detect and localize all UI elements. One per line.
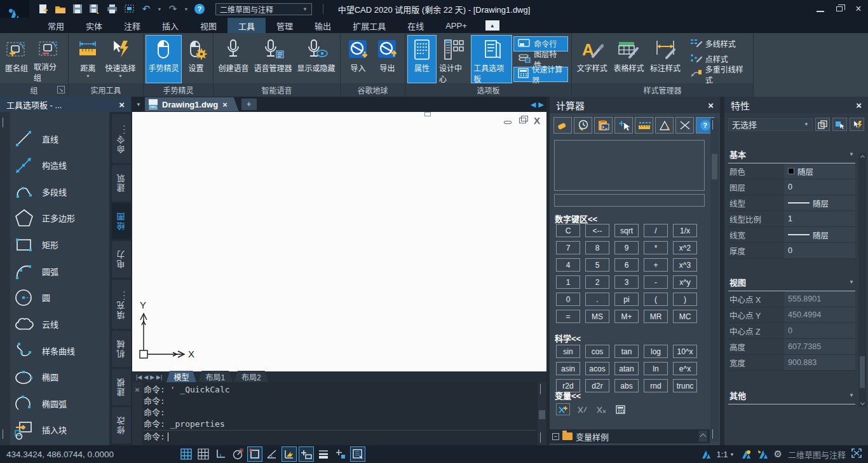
workspace-select[interactable]: 二维草图与注释 ▼: [215, 3, 312, 15]
calc-key[interactable]: pi: [614, 293, 639, 306]
property-row-height[interactable]: 高度 607.7385: [728, 339, 855, 355]
distance-between-points-icon[interactable]: [635, 117, 653, 134]
scroll-down-icon[interactable]: [540, 432, 541, 443]
mdi-restore-icon[interactable]: [519, 118, 526, 123]
properties-header[interactable]: 特性 ×: [724, 97, 868, 113]
palette-item-polygon[interactable]: 正多边形: [13, 205, 108, 231]
scroll-left-icon[interactable]: ◀: [531, 100, 536, 109]
calc-key[interactable]: 9: [614, 241, 639, 254]
ribbon-collapse-icon[interactable]: ▲: [485, 20, 499, 31]
calc-key[interactable]: ): [673, 293, 697, 306]
earth-import-button[interactable]: 导入: [344, 36, 372, 83]
palette-tab-electrical[interactable]: 电力: [112, 241, 131, 277]
calc-key[interactable]: 1/x: [673, 224, 697, 237]
calc-key[interactable]: /: [644, 224, 668, 237]
palette-tab-modeling[interactable]: 建模: [112, 369, 131, 405]
palette-item-rectangle[interactable]: 矩形: [13, 232, 108, 258]
tree-collapse-icon[interactable]: −: [552, 433, 559, 440]
numpad-section-label[interactable]: 数字键区<<: [555, 212, 597, 225]
scrollbar-thumb[interactable]: [539, 410, 545, 419]
open-file-icon[interactable]: [54, 3, 67, 15]
calc-key[interactable]: d2r: [585, 379, 609, 392]
tab-tools[interactable]: 工具: [227, 18, 266, 33]
select-objects-icon[interactable]: [832, 118, 847, 131]
dimension-style-button[interactable]: 标注样式: [648, 36, 683, 83]
close-button[interactable]: ×: [849, 2, 868, 16]
calc-key[interactable]: sqrt: [614, 224, 639, 237]
command-window[interactable]: × 命令: ' _QuickCalc 命令: 命令: 命令: _properti…: [132, 382, 546, 445]
calc-key[interactable]: .: [585, 293, 609, 306]
scroll-up-icon[interactable]: [540, 384, 541, 394]
drawing-canvas[interactable]: X Y X: [132, 112, 546, 371]
intersection-icon[interactable]: [675, 117, 694, 134]
last-layout-icon[interactable]: ▶|: [156, 374, 162, 380]
palette-tab-draw[interactable]: 绘图: [112, 203, 131, 239]
edit-variable-icon[interactable]: [575, 403, 589, 415]
palette-item-ellipse[interactable]: 椭圆: [13, 364, 108, 390]
calculator-header[interactable]: 计算器 ×: [550, 97, 720, 113]
scroll-up-icon[interactable]: [712, 120, 713, 130]
calc-key[interactable]: MC: [673, 310, 697, 323]
calc-key[interactable]: +: [644, 258, 668, 272]
calculator-scrollbar[interactable]: [710, 118, 719, 441]
command-scrollbar[interactable]: [538, 382, 546, 445]
palette-item-cloud[interactable]: 云线: [13, 311, 108, 336]
lineweight-toggle-icon[interactable]: [316, 447, 330, 461]
viewport-toggle-icon[interactable]: [351, 447, 365, 461]
quick-select-icon[interactable]: [850, 118, 864, 131]
polar-toggle-icon[interactable]: [231, 447, 245, 461]
mdi-minimize-icon[interactable]: [504, 121, 512, 124]
palette-tab-modify[interactable]: 修改: [112, 407, 131, 443]
layout-tab-layout2[interactable]: 布局2: [234, 371, 269, 383]
scroll-down-icon[interactable]: [712, 429, 713, 439]
calc-key[interactable]: x^2: [673, 241, 697, 254]
preview-icon[interactable]: [123, 3, 135, 15]
calc-key[interactable]: 5: [585, 258, 609, 272]
annotation-visibility-icon[interactable]: [740, 449, 751, 459]
osnap-toggle-icon[interactable]: [248, 447, 262, 461]
quick-select-button[interactable]: 快速选择 ▼: [103, 36, 137, 83]
calc-key[interactable]: *: [644, 241, 668, 254]
calc-key[interactable]: acos: [585, 362, 609, 375]
calc-key[interactable]: sin: [556, 345, 580, 358]
design-center-button[interactable]: 设计中心: [437, 36, 470, 83]
calc-key[interactable]: log: [644, 345, 668, 358]
undo-icon[interactable]: ↶: [140, 3, 153, 15]
voice-manager-button[interactable]: 语音管理器: [252, 36, 294, 83]
document-list-icon[interactable]: ▼: [132, 98, 145, 111]
quick-calculator-button[interactable]: 快速计算器: [514, 67, 567, 81]
fullscreen-icon[interactable]: [851, 448, 862, 460]
tab-home[interactable]: 常用: [37, 18, 75, 33]
redo-dropdown-icon[interactable]: ▼: [184, 3, 189, 15]
calc-key[interactable]: x^y: [673, 275, 697, 289]
palette-item-insert-block[interactable]: 插入块: [13, 417, 108, 443]
close-icon[interactable]: ×: [708, 100, 714, 111]
toggle-pickadd-icon[interactable]: [815, 118, 830, 131]
minimize-button[interactable]: [811, 2, 830, 16]
calculator-history-box[interactable]: [554, 140, 705, 191]
calc-key[interactable]: <--: [585, 224, 609, 237]
ortho-toggle-icon[interactable]: [214, 447, 227, 461]
calc-key[interactable]: 1: [556, 275, 580, 289]
calc-key[interactable]: 2: [585, 275, 609, 289]
document-tab[interactable]: Drawing1.dwg ×: [145, 97, 239, 111]
scroll-down-icon[interactable]: [3, 429, 3, 439]
prev-layout-icon[interactable]: ◀: [144, 374, 148, 380]
scrollbar-thumb[interactable]: [860, 356, 865, 388]
variables-section-label[interactable]: 变量<<: [555, 389, 581, 401]
scroll-up-icon[interactable]: [860, 155, 864, 159]
scroll-down-icon[interactable]: [860, 400, 864, 404]
palette-scrollbar[interactable]: [0, 112, 10, 445]
palette-item-xline[interactable]: 构造线: [13, 153, 108, 178]
new-file-icon[interactable]: [37, 3, 50, 15]
tree-scroll-up[interactable]: [699, 431, 707, 442]
earth-export-button[interactable]: 导出: [374, 36, 402, 83]
snap-toggle-icon[interactable]: [196, 447, 210, 461]
grid-toggle-icon[interactable]: [179, 447, 193, 461]
palette-item-polyline[interactable]: 多段线: [13, 179, 108, 204]
tab-app-plus[interactable]: APP+: [435, 18, 478, 33]
property-row-lineweight[interactable]: 线宽 随层: [728, 227, 855, 243]
calc-key[interactable]: 4: [556, 258, 580, 272]
tab-solid[interactable]: 实体: [75, 18, 113, 33]
settings-gear-icon[interactable]: ⚙: [774, 448, 782, 460]
